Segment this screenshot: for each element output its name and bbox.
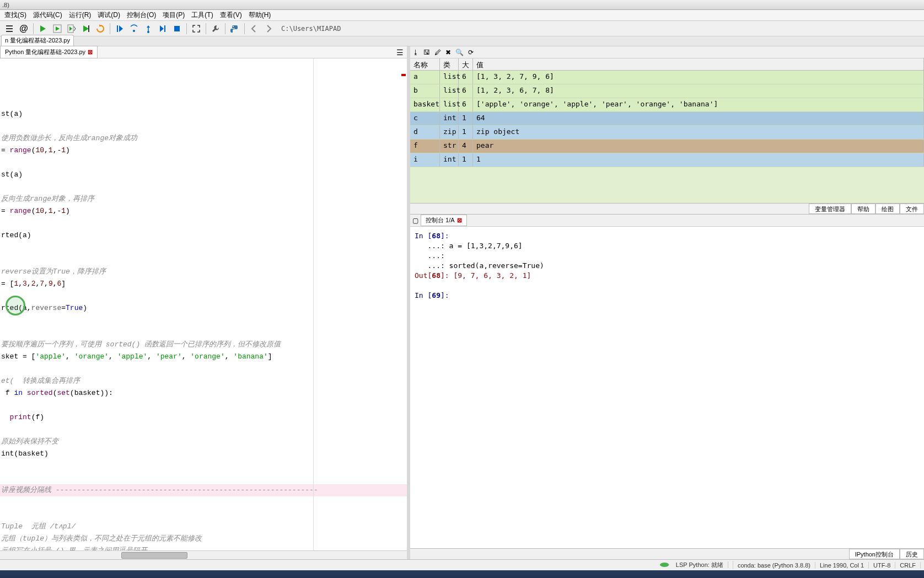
col-size-header[interactable]: 大小 bbox=[459, 58, 473, 70]
run-cell-icon[interactable] bbox=[51, 23, 63, 35]
debug-step-into-icon[interactable] bbox=[128, 23, 140, 35]
separator bbox=[206, 23, 206, 34]
close-icon[interactable]: ⊠ bbox=[88, 49, 93, 56]
var-value: zip object bbox=[473, 126, 924, 139]
variable-row[interactable]: iint11 bbox=[410, 153, 924, 167]
variable-row[interactable]: alist6[1, 3, 2, 7, 9, 6] bbox=[410, 71, 924, 84]
title-bar: .8) bbox=[0, 0, 924, 10]
code-line: 要按顺序遍历一个序列，可使用 sorted() 函数返回一个已排序的序列，但不修… bbox=[0, 339, 407, 351]
console-pane: ▢ 控制台 1/A ⊠ In [68]: ...: a = [1,3,2,7,9… bbox=[410, 214, 924, 559]
save-icon[interactable]: 🖫 bbox=[423, 49, 430, 56]
code-line: print(f) bbox=[0, 411, 407, 424]
col-name-header[interactable]: 名称 bbox=[410, 58, 440, 70]
var-type: list bbox=[440, 84, 459, 98]
menu-item[interactable]: 调试(D) bbox=[94, 9, 123, 21]
save-as-icon[interactable]: 🖉 bbox=[434, 49, 441, 56]
col-value-header[interactable]: 值 bbox=[473, 58, 924, 70]
rerun-icon[interactable] bbox=[94, 23, 106, 35]
run-selection-icon[interactable] bbox=[80, 23, 92, 35]
code-line: Tuple 元组 /tʌpl/ bbox=[0, 521, 407, 533]
nav-back-icon[interactable] bbox=[248, 23, 260, 35]
var-name: basket bbox=[410, 98, 440, 111]
panel-tab[interactable]: 文件 bbox=[900, 204, 924, 214]
code-line bbox=[0, 424, 407, 436]
var-value: ['apple', 'orange', 'apple', 'pear', 'or… bbox=[473, 98, 924, 111]
panel-tab[interactable]: IPython控制台 bbox=[849, 549, 900, 559]
document-tab[interactable]: n 量化编程基础-2023.py bbox=[1, 35, 74, 46]
nav-forward-icon[interactable] bbox=[262, 23, 275, 35]
menu-item[interactable]: 查找(S) bbox=[1, 9, 30, 21]
panel-tab[interactable]: 变量管理器 bbox=[809, 204, 851, 214]
import-icon[interactable]: ⭳ bbox=[412, 49, 419, 56]
code-editor[interactable]: st(a) 使用负数做步长，反向生成range对象成功= range(10,1,… bbox=[0, 58, 407, 550]
panel-tab[interactable]: 绘图 bbox=[875, 204, 900, 214]
code-line bbox=[0, 472, 407, 484]
debug-stop-icon[interactable] bbox=[171, 23, 183, 35]
svg-marker-12 bbox=[119, 25, 123, 32]
code-line bbox=[0, 290, 407, 302]
menu-item[interactable]: 项目(P) bbox=[159, 9, 188, 21]
svg-point-13 bbox=[133, 30, 135, 32]
code-line bbox=[0, 363, 407, 375]
working-dir-path[interactable]: C:\Users\MIAPAD bbox=[277, 24, 921, 34]
python-icon[interactable] bbox=[229, 23, 241, 35]
code-line bbox=[0, 314, 407, 327]
panel-icon[interactable]: ▢ bbox=[412, 217, 418, 224]
right-pane: ⭳ 🖫 🖉 ✖ 🔍 ⟳ 名称 类型 大小 值 alist6[1, 3, 2, 7… bbox=[410, 46, 924, 559]
debug-continue-icon[interactable] bbox=[157, 23, 169, 35]
menu-item[interactable]: 源代码(C) bbox=[30, 9, 66, 21]
scrollbar-thumb[interactable] bbox=[121, 552, 187, 559]
menu-item[interactable]: 帮助(H) bbox=[245, 9, 275, 21]
menu-item[interactable]: 运行(R) bbox=[66, 9, 95, 21]
editor-tab[interactable]: Python 量化编程基础-2023.py ⊠ bbox=[0, 46, 98, 58]
var-name: f bbox=[410, 140, 440, 153]
line-ending[interactable]: CRLF bbox=[895, 562, 921, 569]
ipython-console[interactable]: In [68]: ...: a = [1,3,2,7,9,6] ...: ...… bbox=[410, 227, 924, 548]
code-line: sket = ['apple', 'orange', 'apple', 'pea… bbox=[0, 351, 407, 363]
var-size: 6 bbox=[459, 98, 473, 111]
wrench-icon[interactable] bbox=[209, 23, 222, 35]
menu-item[interactable]: 工具(T) bbox=[188, 9, 216, 21]
menu-item[interactable]: 查看(V) bbox=[217, 9, 245, 21]
run-cell-advance-icon[interactable] bbox=[66, 23, 78, 35]
svg-point-19 bbox=[233, 26, 234, 27]
delete-icon[interactable]: ✖ bbox=[445, 49, 451, 56]
menu-item[interactable]: 控制台(O) bbox=[123, 9, 159, 21]
run-icon[interactable] bbox=[37, 23, 49, 35]
code-line: et( 转换成集合再排序 bbox=[0, 375, 407, 387]
panel-tab[interactable]: 历史 bbox=[900, 549, 924, 559]
svg-marker-7 bbox=[69, 26, 72, 31]
conda-env[interactable]: conda: base (Python 3.8.8) bbox=[733, 562, 815, 569]
var-name: b bbox=[410, 84, 440, 98]
panel-tab[interactable]: 帮助 bbox=[851, 204, 875, 214]
code-line: 反向生成range对象，再排序 bbox=[0, 193, 407, 205]
variable-empty-area bbox=[410, 167, 924, 203]
var-type: zip bbox=[440, 126, 459, 139]
code-line: st(a) bbox=[0, 169, 407, 181]
var-size: 1 bbox=[459, 153, 473, 167]
variable-row[interactable]: blist6[1, 2, 3, 6, 7, 8] bbox=[410, 84, 924, 98]
variable-row[interactable]: cint164 bbox=[410, 112, 924, 126]
var-type: int bbox=[440, 153, 459, 167]
at-icon[interactable]: @ bbox=[18, 23, 30, 35]
variable-row[interactable]: fstr4pear bbox=[410, 140, 924, 153]
bookmark-marker bbox=[401, 74, 406, 76]
windows-taskbar[interactable] bbox=[0, 570, 924, 578]
outline-icon[interactable] bbox=[3, 23, 15, 35]
encoding[interactable]: UTF-8 bbox=[869, 562, 895, 569]
search-icon[interactable]: 🔍 bbox=[455, 49, 464, 56]
refresh-icon[interactable]: ⟳ bbox=[468, 49, 474, 56]
horizontal-scrollbar[interactable] bbox=[0, 550, 407, 559]
debug-step-over-icon[interactable] bbox=[114, 23, 126, 35]
var-type: list bbox=[440, 71, 459, 84]
variable-row[interactable]: basketlist6['apple', 'orange', 'apple', … bbox=[410, 98, 924, 112]
maximize-icon[interactable] bbox=[190, 23, 202, 35]
variable-row[interactable]: dzip1zip object bbox=[410, 126, 924, 140]
debug-step-out-icon[interactable] bbox=[142, 23, 154, 35]
close-icon[interactable]: ⊠ bbox=[457, 217, 462, 224]
hamburger-icon[interactable]: ☰ bbox=[393, 47, 407, 58]
var-size: 6 bbox=[459, 84, 473, 98]
code-line bbox=[0, 254, 407, 266]
console-tab[interactable]: 控制台 1/A ⊠ bbox=[421, 215, 467, 226]
col-type-header[interactable]: 类型 bbox=[440, 58, 459, 70]
